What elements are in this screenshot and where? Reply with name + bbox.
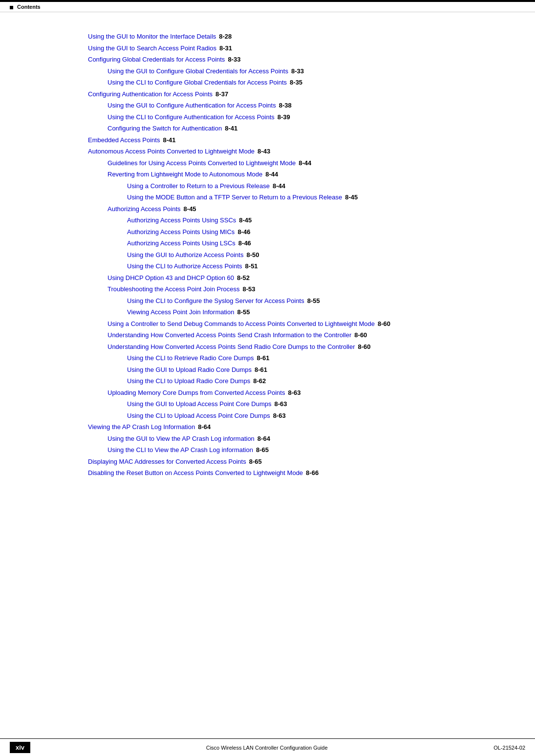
toc-page-num: 8-65 [256,445,269,455]
toc-page-num: 8-44 [265,170,278,179]
toc-link[interactable]: Embedded Access Points [88,135,160,145]
toc-entry: Using DHCP Option 43 and DHCP Option 608… [107,273,496,283]
toc-page-num: 8-31 [219,43,232,53]
toc-page-num: 8-45 [184,204,196,214]
toc-link[interactable]: Using the CLI to Configure the Syslog Se… [127,296,304,306]
toc-entry: Using the CLI to Configure the Syslog Se… [127,296,496,306]
toc-entry: Authorizing Access Points Using SSCs8-45 [127,216,496,225]
toc-page-num: 8-35 [290,78,302,87]
toc-link[interactable]: Using a Controller to Return to a Previo… [127,181,270,191]
toc-link[interactable]: Using the CLI to Upload Radio Core Dumps [127,376,250,386]
toc-link[interactable]: Using the MODE Button and a TFTP Server … [127,193,342,202]
toc-page-num: 8-51 [245,261,258,271]
toc-link[interactable]: Configuring Authentication for Access Po… [88,89,213,99]
toc-link[interactable]: Using the GUI to View the AP Crash Log i… [107,434,255,444]
toc-entry: Using the GUI to Upload Access Point Cor… [127,399,496,409]
toc-page-num: 8-61 [257,353,269,363]
toc-link[interactable]: Using the CLI to Authorize Access Points [127,261,242,271]
toc-page-num: 8-60 [378,319,390,329]
toc-link[interactable]: Using the CLI to Configure Authenticatio… [107,112,275,122]
toc-link[interactable]: Displaying MAC Addresses for Converted A… [88,457,246,467]
toc-entry: Using the CLI to Configure Authenticatio… [107,112,496,122]
toc-link[interactable]: Using the GUI to Monitor the Interface D… [88,32,216,42]
toc-page-num: 8-63 [288,388,300,398]
toc-entry: Understanding How Converted Access Point… [107,342,496,352]
toc-entry: Using a Controller to Return to a Previo… [127,181,496,191]
toc-page-num: 8-64 [198,422,211,432]
footer-page-number: xiv [10,742,30,753]
toc-link[interactable]: Using the GUI to Configure Global Creden… [107,66,288,76]
toc-link[interactable]: Understanding How Converted Access Point… [107,330,351,340]
toc-link[interactable]: Authorizing Access Points Using LSCs [127,238,235,248]
toc-link[interactable]: Using the GUI to Search Access Point Rad… [88,43,216,53]
toc-page-num: 8-55 [307,296,320,306]
toc-page-num: 8-53 [243,284,256,294]
toc-page-num: 8-44 [299,158,311,168]
toc-entry: Disabling the Reset Button on Access Poi… [88,468,496,478]
toc-link[interactable]: Understanding How Converted Access Point… [107,342,355,352]
toc-link[interactable]: Using DHCP Option 43 and DHCP Option 60 [107,273,234,283]
footer: xiv Cisco Wireless LAN Controller Config… [0,738,535,756]
toc-entry: Configuring Global Credentials for Acces… [88,55,496,65]
toc-entry: Embedded Access Points8-41 [88,135,496,145]
toc-link[interactable]: Using the CLI to Upload Access Point Cor… [127,411,270,421]
toc-entry: Displaying MAC Addresses for Converted A… [88,457,496,467]
toc-link[interactable]: Viewing the AP Crash Log Information [88,422,195,432]
header-contents-label: Contents [17,4,41,10]
toc-page-num: 8-52 [237,273,250,283]
toc-entry: Using the CLI to Authorize Access Points… [127,261,496,271]
toc-link[interactable]: Using the GUI to Upload Radio Core Dumps [127,365,252,375]
toc-page-num: 8-44 [273,181,285,191]
toc-entry: Configuring the Switch for Authenticatio… [107,124,496,133]
toc-link[interactable]: Authorizing Access Points Using SSCs [127,216,236,225]
toc-entry: Using the CLI to Retrieve Radio Core Dum… [127,353,496,363]
toc-entry: Understanding How Converted Access Point… [107,330,496,340]
toc-page-num: 8-37 [215,89,228,99]
toc-entry: Authorizing Access Points Using MICs8-46 [127,227,496,237]
toc-page-num: 8-38 [279,101,292,110]
bullet-icon [10,6,13,9]
toc-entry: Viewing Access Point Join Information8-5… [127,307,496,317]
toc-page-num: 8-33 [228,55,240,65]
toc-link[interactable]: Troubleshooting the Access Point Join Pr… [107,284,240,294]
toc-link[interactable]: Disabling the Reset Button on Access Poi… [88,468,303,478]
toc-link[interactable]: Using the CLI to View the AP Crash Log i… [107,445,253,455]
toc-page-num: 8-63 [273,411,286,421]
toc-link[interactable]: Autonomous Access Points Converted to Li… [88,147,255,156]
toc-link[interactable]: Using the GUI to Configure Authenticatio… [107,101,276,110]
toc-link[interactable]: Using a Controller to Send Debug Command… [107,319,375,329]
toc-entry: Troubleshooting the Access Point Join Pr… [107,284,496,294]
toc-link[interactable]: Reverting from Lightweight Mode to Auton… [107,170,262,179]
toc-link[interactable]: Using the GUI to Authorize Access Points [127,250,243,260]
header-bar: Contents [0,2,535,12]
toc-link[interactable]: Using the CLI to Configure Global Creden… [107,78,287,87]
footer-doc-id: OL-21524-02 [493,745,525,751]
toc-entry: Using the CLI to View the AP Crash Log i… [107,445,496,455]
toc-link[interactable]: Using the GUI to Upload Access Point Cor… [127,399,272,409]
toc-entry: Using the CLI to Configure Global Creden… [107,78,496,87]
toc-link[interactable]: Guidelines for Using Access Points Conve… [107,158,296,168]
toc-page-num: 8-50 [246,250,259,260]
toc-page-num: 8-33 [291,66,304,76]
toc-page-num: 8-46 [238,238,251,248]
toc-entry: Using the GUI to Authorize Access Points… [127,250,496,260]
toc-link[interactable]: Uploading Memory Core Dumps from Convert… [107,388,285,398]
toc-link[interactable]: Authorizing Access Points [107,204,181,214]
toc-entry: Reverting from Lightweight Mode to Auton… [107,170,496,179]
toc-link[interactable]: Configuring Global Credentials for Acces… [88,55,225,65]
toc-link[interactable]: Viewing Access Point Join Information [127,307,234,317]
toc-page-num: 8-62 [253,376,266,386]
toc-entry: Authorizing Access Points Using LSCs8-46 [127,238,496,248]
toc-entry: Configuring Authentication for Access Po… [88,89,496,99]
toc-entry: Using the GUI to Upload Radio Core Dumps… [127,365,496,375]
toc-entry: Using the CLI to Upload Access Point Cor… [127,411,496,421]
toc-page-num: 8-60 [354,330,367,340]
toc-link[interactable]: Authorizing Access Points Using MICs [127,227,235,237]
toc-entry: Using the CLI to Upload Radio Core Dumps… [127,376,496,386]
toc-page-num: 8-45 [345,193,358,202]
toc-page-num: 8-45 [239,216,252,225]
toc-page-num: 8-61 [255,365,267,375]
toc-link[interactable]: Using the CLI to Retrieve Radio Core Dum… [127,353,254,363]
toc-page-num: 8-65 [249,457,262,467]
toc-link[interactable]: Configuring the Switch for Authenticatio… [107,124,222,133]
